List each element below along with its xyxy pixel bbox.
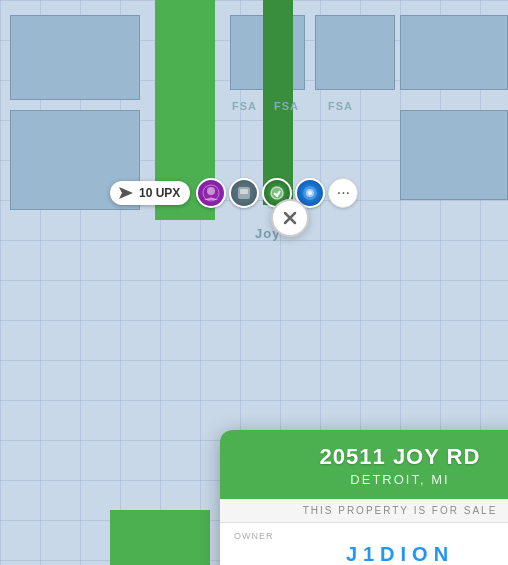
avatar[interactable] [229,178,259,208]
property-city: DETROIT, MI [236,472,508,487]
svg-point-2 [207,187,215,195]
map-block [10,15,140,100]
map-block [400,110,508,200]
upx-badge[interactable]: 10 UPX [110,181,190,205]
map-block [400,15,508,90]
map-green-block [110,510,210,565]
fsa-label: FSA [232,100,257,112]
avatar[interactable] [196,178,226,208]
avatar-icon [235,184,253,202]
svg-rect-4 [240,189,248,194]
for-sale-banner: THIS PROPERTY IS FOR SALE [220,499,508,523]
map-block [315,15,395,90]
owner-name: J1DION [234,543,508,565]
svg-point-8 [308,191,312,195]
fsa-label: FSA [328,100,353,112]
owner-section: OWNER J1DION [220,523,508,565]
svg-marker-0 [119,187,133,199]
more-avatars-button[interactable]: ··· [328,178,358,208]
upx-amount: 10 UPX [139,186,180,200]
property-card: 20511 JOY RD DETROIT, MI THIS PROPERTY I… [220,430,508,565]
avatar-icon [202,184,220,202]
close-icon [281,209,299,227]
close-button[interactable] [271,199,309,237]
top-bar: 10 UPX [110,178,358,208]
card-header: 20511 JOY RD DETROIT, MI [220,430,508,499]
card-body: THIS PROPERTY IS FOR SALE OWNER J1DION U… [220,499,508,565]
property-address: 20511 JOY RD [236,444,508,470]
fsa-label: FSA [274,100,299,112]
send-icon [118,185,134,201]
owner-label: OWNER [234,531,508,541]
avatar-icon [301,184,319,202]
